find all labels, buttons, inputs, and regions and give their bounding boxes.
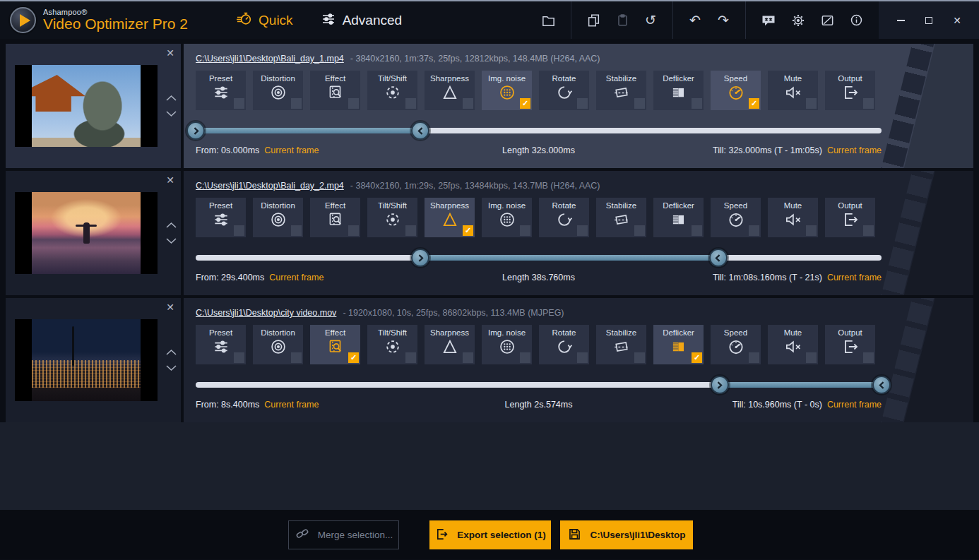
export-selection-button[interactable]: Export selection (1) <box>429 520 551 549</box>
tool-checkbox[interactable] <box>806 98 817 109</box>
tool-checkbox[interactable] <box>577 352 588 363</box>
tool-checkbox[interactable] <box>577 225 588 236</box>
tool-checkbox[interactable] <box>234 225 244 236</box>
trim-slider[interactable] <box>196 376 882 393</box>
file-path-link[interactable]: C:\Users\jli1\Desktop\city video.mov <box>196 308 336 318</box>
output-path-button[interactable]: C:\Users\jli1\Desktop <box>560 520 693 549</box>
tool-button-output[interactable]: Output <box>825 198 875 237</box>
reset-button[interactable]: ↺ <box>643 13 658 27</box>
tool-button-stabilize[interactable]: Stabilize <box>596 198 646 237</box>
tool-button-mute[interactable]: Mute <box>768 198 818 237</box>
tool-checkbox[interactable] <box>291 352 302 363</box>
maximize-button[interactable] <box>918 11 939 30</box>
open-folder-button[interactable] <box>541 13 556 28</box>
slider-handle-from[interactable] <box>411 249 429 267</box>
file-path-link[interactable]: C:\Users\jli1\Desktop\Bali_day_2.mp4 <box>196 181 344 191</box>
tool-checkbox[interactable] <box>348 98 359 109</box>
from-current-frame-link[interactable]: Current frame <box>264 145 319 155</box>
tool-button-tiltshift[interactable]: Tilt/Shift <box>367 198 417 237</box>
tool-checkbox[interactable] <box>692 98 702 109</box>
tool-checkbox[interactable] <box>863 352 874 363</box>
tool-button-rotate[interactable]: Rotate <box>539 198 589 237</box>
tool-checkbox[interactable] <box>234 98 244 109</box>
tool-button-deflicker[interactable]: Deflicker <box>653 71 704 110</box>
till-current-frame-link[interactable]: Current frame <box>827 145 882 155</box>
tool-checkbox[interactable] <box>520 352 530 363</box>
tool-checkbox[interactable]: ✓ <box>692 352 702 363</box>
from-current-frame-link[interactable]: Current frame <box>264 400 319 410</box>
tool-button-speed[interactable]: Speed <box>711 198 761 237</box>
move-down-button[interactable] <box>165 364 177 371</box>
tool-checkbox[interactable]: ✓ <box>348 352 359 363</box>
close-button[interactable]: ✕ <box>947 11 968 30</box>
slider-handle-from[interactable] <box>186 121 205 140</box>
tool-checkbox[interactable] <box>749 225 759 236</box>
tool-button-imgnoise[interactable]: Img. noise ✓ <box>482 71 532 110</box>
remove-video-icon[interactable]: ✕ <box>166 174 174 186</box>
tool-button-preset[interactable]: Preset <box>196 325 246 364</box>
theme-toggle-button[interactable] <box>820 13 835 28</box>
info-button[interactable] <box>849 13 864 28</box>
tab-advanced[interactable]: Advanced <box>320 10 403 30</box>
move-up-button[interactable] <box>165 222 177 229</box>
feedback-button[interactable] <box>761 13 776 28</box>
tool-checkbox[interactable] <box>463 352 473 363</box>
trim-slider[interactable] <box>196 249 882 266</box>
tool-checkbox[interactable] <box>634 352 645 363</box>
tool-button-deflicker[interactable]: Deflicker ✓ <box>653 325 704 364</box>
tool-checkbox[interactable] <box>577 98 588 109</box>
tool-checkbox[interactable] <box>692 225 702 236</box>
tool-button-deflicker[interactable]: Deflicker <box>653 198 704 237</box>
slider-handle-till[interactable] <box>872 376 891 394</box>
tool-checkbox[interactable] <box>806 352 817 363</box>
paste-button[interactable] <box>615 13 629 28</box>
tool-checkbox[interactable] <box>863 98 874 109</box>
tool-button-stabilize[interactable]: Stabilize <box>596 71 646 110</box>
tool-checkbox[interactable] <box>463 98 473 109</box>
slider-handle-till[interactable] <box>411 121 429 140</box>
tool-button-distortion[interactable]: Distortion <box>253 198 303 237</box>
tool-checkbox[interactable] <box>291 98 302 109</box>
tool-checkbox[interactable] <box>634 98 645 109</box>
merge-selection-button[interactable]: Merge selection... <box>288 520 399 549</box>
tool-button-tiltshift[interactable]: Tilt/Shift <box>367 71 417 110</box>
tool-button-effect[interactable]: Effect <box>310 198 360 237</box>
tool-checkbox[interactable]: ✓ <box>749 98 759 109</box>
undo-button[interactable]: ↶ <box>688 13 702 27</box>
tool-checkbox[interactable] <box>806 225 817 236</box>
tool-button-sharpness[interactable]: Sharpness <box>425 325 475 364</box>
tool-checkbox[interactable] <box>291 225 302 236</box>
video-thumbnail[interactable] <box>15 319 158 401</box>
tool-button-imgnoise[interactable]: Img. noise <box>482 325 532 364</box>
tool-button-speed[interactable]: Speed <box>711 325 761 364</box>
tool-button-sharpness[interactable]: Sharpness <box>425 71 475 110</box>
tool-button-stabilize[interactable]: Stabilize <box>596 325 646 364</box>
tool-button-speed[interactable]: Speed ✓ <box>711 71 761 110</box>
tool-button-distortion[interactable]: Distortion <box>253 71 303 110</box>
file-path-link[interactable]: C:\Users\jli1\Desktop\Bali_day_1.mp4 <box>196 54 344 64</box>
minimize-button[interactable] <box>890 11 911 30</box>
tab-quick[interactable]: Quick <box>235 10 293 30</box>
tool-checkbox[interactable]: ✓ <box>463 225 473 236</box>
tool-button-imgnoise[interactable]: Img. noise <box>482 198 532 237</box>
remove-video-icon[interactable]: ✕ <box>166 302 174 313</box>
move-down-button[interactable] <box>165 237 177 244</box>
tool-button-output[interactable]: Output <box>825 325 875 364</box>
tool-button-output[interactable]: Output <box>825 71 875 110</box>
tool-checkbox[interactable] <box>405 352 416 363</box>
tool-checkbox[interactable] <box>520 225 530 236</box>
tool-checkbox[interactable] <box>405 98 416 109</box>
tool-checkbox[interactable] <box>348 225 359 236</box>
move-up-button[interactable] <box>165 349 177 356</box>
tool-button-mute[interactable]: Mute <box>768 71 818 110</box>
trim-slider[interactable] <box>196 122 882 139</box>
tool-checkbox[interactable] <box>405 225 416 236</box>
move-down-button[interactable] <box>165 110 177 117</box>
tool-button-distortion[interactable]: Distortion <box>253 325 303 364</box>
tool-button-rotate[interactable]: Rotate <box>539 325 589 364</box>
tool-button-preset[interactable]: Preset <box>196 71 246 110</box>
tool-button-sharpness[interactable]: Sharpness ✓ <box>425 198 475 237</box>
tool-button-preset[interactable]: Preset <box>196 198 246 237</box>
tool-button-rotate[interactable]: Rotate <box>539 71 589 110</box>
video-thumbnail[interactable] <box>15 192 158 274</box>
